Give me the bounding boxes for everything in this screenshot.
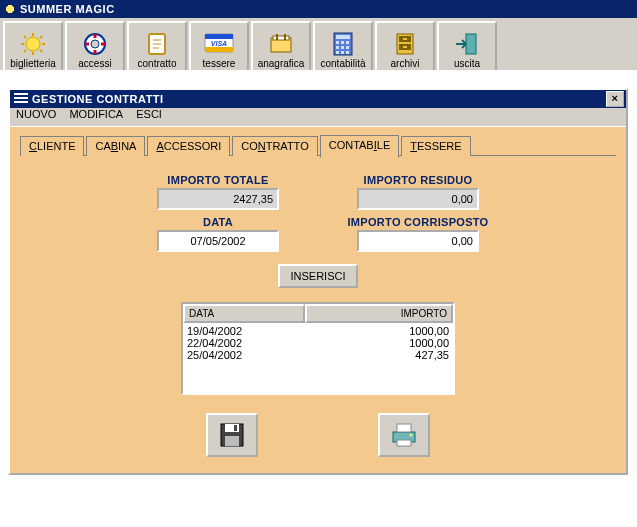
svg-text:VISA: VISA — [211, 40, 227, 47]
cell-importo: 427,35 — [297, 349, 449, 361]
child-menu-bar: NUOVO MODIFICA ESCI — [10, 108, 626, 126]
svg-rect-28 — [336, 46, 339, 49]
tab-cabina[interactable]: CABINA — [86, 136, 145, 156]
cabinet-icon — [389, 30, 421, 58]
input-importo-residuo[interactable] — [357, 188, 479, 210]
tab-cliente[interactable]: CLIENTE — [20, 136, 84, 156]
cell-data: 22/04/2002 — [187, 337, 297, 349]
child-title-text: GESTIONE CONTRATTI — [32, 93, 164, 105]
label-importo-residuo: IMPORTO RESIDUO — [364, 174, 473, 186]
toolbar-biglietteria[interactable]: biglietteria — [3, 21, 63, 73]
input-importo-corrisposto[interactable] — [357, 230, 479, 252]
table-row[interactable]: 22/04/2002 1000,00 — [187, 337, 449, 349]
field-data: DATA — [133, 216, 303, 252]
save-button[interactable] — [206, 413, 258, 457]
input-data[interactable] — [157, 230, 279, 252]
toolbar-label: archivi — [391, 58, 420, 69]
lifebuoy-icon — [79, 30, 111, 58]
input-importo-totale[interactable] — [157, 188, 279, 210]
svg-rect-43 — [225, 436, 239, 446]
sun-icon — [17, 30, 49, 58]
table-row[interactable]: 19/04/2002 1000,00 — [187, 325, 449, 337]
floppy-icon — [219, 422, 245, 448]
svg-rect-33 — [346, 51, 349, 54]
payments-table: DATA IMPORTO 19/04/2002 1000,00 22/04/20… — [181, 302, 455, 395]
child-window-contratti: GESTIONE CONTRATTI × NUOVO MODIFICA ESCI… — [8, 88, 628, 475]
child-title-bar: GESTIONE CONTRATTI × — [10, 90, 626, 108]
svg-line-6 — [40, 50, 42, 52]
menu-modifica[interactable]: MODIFICA — [69, 108, 123, 120]
svg-rect-24 — [336, 35, 350, 39]
toolbar-accessi[interactable]: accessi — [65, 21, 125, 73]
table-header: DATA IMPORTO — [183, 304, 453, 323]
svg-rect-26 — [341, 41, 344, 44]
main-toolbar: biglietteria accessi contratto VISA tess… — [0, 18, 637, 77]
cell-importo: 1000,00 — [297, 325, 449, 337]
toolbar-label: contabilità — [320, 58, 365, 69]
label-data: DATA — [203, 216, 233, 228]
svg-point-0 — [26, 37, 40, 51]
svg-line-5 — [24, 36, 26, 38]
svg-rect-27 — [346, 41, 349, 44]
payment-form: IMPORTO TOTALE IMPORTO RESIDUO DATA IMPO… — [133, 174, 503, 288]
toolbar-label: accessi — [78, 58, 111, 69]
svg-rect-25 — [336, 41, 339, 44]
document-icon — [141, 30, 173, 58]
print-button[interactable] — [378, 413, 430, 457]
tab-tessere[interactable]: TESSERE — [401, 136, 470, 156]
close-button[interactable]: × — [606, 91, 624, 107]
field-importo-totale: IMPORTO TOTALE — [133, 174, 303, 210]
cell-data: 19/04/2002 — [187, 325, 297, 337]
tab-accessori[interactable]: ACCESSORI — [147, 136, 230, 156]
toolbar-label: uscita — [454, 58, 480, 69]
toolbar-contabilita[interactable]: contabilità — [313, 21, 373, 73]
toolbar-label: biglietteria — [10, 58, 56, 69]
printer-icon — [389, 422, 419, 448]
exit-icon — [451, 30, 483, 58]
cell-importo: 1000,00 — [297, 337, 449, 349]
svg-rect-42 — [234, 425, 237, 431]
toolbar-anagrafica[interactable]: anagrafica — [251, 21, 311, 73]
menu-esci[interactable]: ESCI — [136, 108, 162, 120]
tab-strip: CLIENTE CABINA ACCESSORI CONTRATTO CONTA… — [20, 135, 616, 156]
th-importo[interactable]: IMPORTO — [305, 304, 453, 323]
table-body: 19/04/2002 1000,00 22/04/2002 1000,00 25… — [183, 323, 453, 393]
table-row[interactable]: 25/04/2002 427,35 — [187, 349, 449, 361]
app-title-bar: SUMMER MAGIC — [0, 0, 637, 18]
field-importo-residuo: IMPORTO RESIDUO — [333, 174, 503, 210]
svg-rect-30 — [346, 46, 349, 49]
toolbar-label: anagrafica — [258, 58, 305, 69]
svg-rect-31 — [336, 51, 339, 54]
svg-rect-39 — [466, 34, 476, 54]
tab-contratto[interactable]: CONTRATTO — [232, 136, 317, 156]
toolbar-label: contratto — [138, 58, 177, 69]
label-importo-corrisposto: IMPORTO CORRISPOSTO — [348, 216, 489, 228]
svg-rect-16 — [205, 34, 233, 39]
field-importo-corrisposto: IMPORTO CORRISPOSTO — [333, 216, 503, 252]
svg-point-10 — [91, 40, 99, 48]
sun-icon — [4, 3, 16, 15]
toolbar-label: tessere — [203, 58, 236, 69]
svg-line-7 — [24, 50, 26, 52]
cell-data: 25/04/2002 — [187, 349, 297, 361]
menu-lines-icon — [14, 93, 28, 105]
rolodex-icon — [265, 30, 297, 58]
th-data[interactable]: DATA — [183, 304, 305, 323]
inserisci-button[interactable]: INSERISCI — [278, 264, 357, 288]
toolbar-uscita[interactable]: uscita — [437, 21, 497, 73]
toolbar-contratto[interactable]: contratto — [127, 21, 187, 73]
toolbar-archivi[interactable]: archivi — [375, 21, 435, 73]
svg-point-47 — [410, 434, 413, 437]
toolbar-tessere[interactable]: VISA tessere — [189, 21, 249, 73]
svg-rect-29 — [341, 46, 344, 49]
label-importo-totale: IMPORTO TOTALE — [167, 174, 268, 186]
svg-rect-37 — [403, 38, 407, 40]
svg-rect-38 — [403, 46, 407, 48]
svg-rect-45 — [397, 424, 411, 432]
svg-rect-32 — [341, 51, 344, 54]
tab-contabile[interactable]: CONTABILE — [320, 135, 400, 158]
menu-nuovo[interactable]: NUOVO — [16, 108, 56, 120]
svg-rect-46 — [397, 440, 411, 446]
svg-rect-17 — [205, 47, 233, 52]
work-area: CLIENTE CABINA ACCESSORI CONTRATTO CONTA… — [10, 126, 626, 473]
